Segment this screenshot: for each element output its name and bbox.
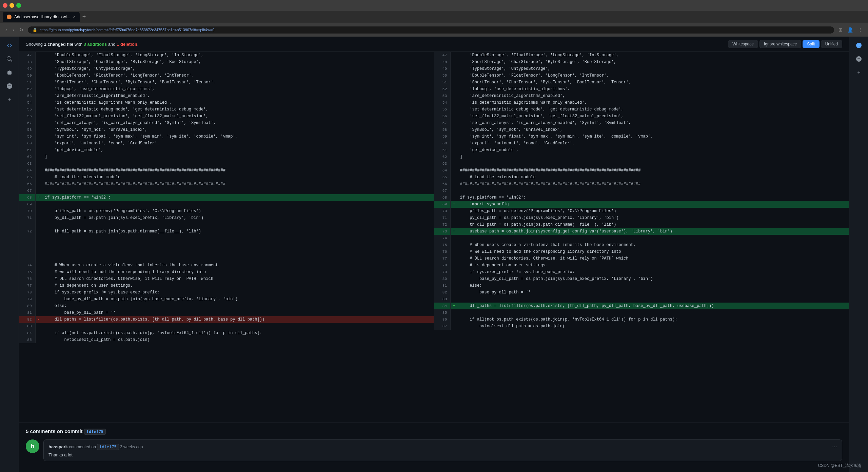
line-number bbox=[19, 235, 35, 242]
comment-item: h hasspark commented on fdfef75 3 weeks … bbox=[26, 439, 842, 461]
line-indicator bbox=[451, 269, 457, 275]
line-code: 'is_deterministic_algorithms_warn_only_e… bbox=[457, 99, 849, 106]
line-code: # is dependent on user settings. bbox=[42, 282, 434, 289]
line-number: 76 bbox=[434, 248, 451, 255]
line-indicator: + bbox=[451, 303, 457, 309]
active-tab[interactable]: Add userbase library dir to wi... ✕ bbox=[3, 12, 80, 22]
maximize-button[interactable] bbox=[16, 3, 21, 8]
line-indicator bbox=[451, 214, 457, 221]
line-number: 72 bbox=[19, 228, 35, 235]
info-bar-left: Showing 1 changed file with 3 additions … bbox=[26, 42, 138, 47]
profile-button[interactable]: 👤 bbox=[846, 26, 854, 34]
reload-button[interactable]: ↻ bbox=[18, 26, 25, 33]
line-indicator bbox=[35, 289, 42, 296]
sidebar-icon-code[interactable] bbox=[3, 39, 16, 52]
forward-button[interactable]: › bbox=[11, 26, 16, 33]
line-code: # Load the extension module bbox=[42, 174, 434, 181]
line-number: 53 bbox=[19, 93, 35, 99]
comment-body: hasspark commented on fdfef75 3 weeks ag… bbox=[43, 439, 842, 461]
line-number: 62 bbox=[434, 153, 451, 160]
line-indicator bbox=[451, 86, 457, 93]
line-code: 'set_warn_always', 'is_warn_always_enabl… bbox=[457, 120, 849, 126]
line-indicator bbox=[35, 65, 42, 72]
line-number: 58 bbox=[19, 126, 35, 133]
line-indicator bbox=[35, 296, 42, 303]
more-button[interactable]: ⋮ bbox=[856, 26, 864, 34]
unified-button[interactable]: Unified bbox=[821, 40, 842, 48]
line-code: th_dll_path = os.path.join(os.path.dirna… bbox=[42, 228, 434, 235]
line-code: ########################################… bbox=[42, 167, 434, 174]
line-code: # we will need to add the corresponding … bbox=[42, 269, 434, 275]
line-indicator bbox=[35, 201, 42, 208]
line-code: ] bbox=[457, 153, 849, 160]
line-number: 77 bbox=[19, 282, 35, 289]
address-bar: ‹ › ↻ 🔒 https://github.com/pytorch/pytor… bbox=[0, 23, 868, 37]
split-button[interactable]: Split bbox=[803, 40, 819, 48]
line-code: 'DoubleTensor', 'FloatTensor', 'LongTens… bbox=[457, 72, 849, 79]
new-tab-button[interactable]: + bbox=[80, 13, 88, 21]
line-code: usebase_path = os.path.join(sysconfig.ge… bbox=[457, 228, 849, 235]
ignore-whitespace-button[interactable]: Ignore whitespace bbox=[760, 40, 801, 48]
line-indicator bbox=[35, 160, 42, 167]
right-diff-pane[interactable]: 47 'DoubleStorage', 'FloatStorage', 'Lon… bbox=[434, 52, 849, 472]
line-indicator bbox=[451, 242, 457, 248]
sidebar-icon-extensions[interactable] bbox=[3, 66, 16, 79]
line-indicator bbox=[35, 309, 42, 316]
line-code: 'ShortStorage', 'CharStorage', 'ByteStor… bbox=[42, 59, 434, 65]
tab-bar: Add userbase library dir to wi... ✕ + bbox=[0, 11, 868, 23]
extensions-button[interactable]: ⊞ bbox=[837, 26, 844, 34]
comments-count: 5 bbox=[26, 428, 28, 434]
comment-more-button[interactable]: ··· bbox=[832, 443, 837, 450]
line-number: 49 bbox=[19, 65, 35, 72]
line-indicator bbox=[35, 147, 42, 153]
minimize-button[interactable] bbox=[9, 3, 14, 8]
line-number: 80 bbox=[19, 303, 35, 309]
line-number: 66 bbox=[19, 181, 35, 187]
tab-favicon bbox=[7, 15, 12, 19]
line-code: py_dll_path = os.path.join(sys.exec_pref… bbox=[42, 214, 434, 221]
right-sidebar-icon-2[interactable] bbox=[853, 53, 865, 65]
line-indicator bbox=[451, 106, 457, 113]
tab-title: Add userbase library dir to wi... bbox=[14, 15, 70, 19]
line-indicator bbox=[451, 255, 457, 262]
sidebar-icon-add[interactable] bbox=[3, 94, 16, 106]
line-number: 61 bbox=[19, 147, 35, 153]
line-indicator bbox=[451, 289, 457, 296]
line-indicator bbox=[451, 323, 457, 330]
line-code: if all(not os.path.exists(os.path.join(p… bbox=[457, 316, 849, 323]
line-code: pfiles_path = os.getenv('ProgramFiles', … bbox=[42, 208, 434, 214]
comment-hash[interactable]: fdfef75 bbox=[97, 444, 119, 450]
left-diff-pane[interactable]: 47 'DoubleStorage', 'FloatStorage', 'Lon… bbox=[19, 52, 434, 472]
line-number: 48 bbox=[434, 59, 451, 65]
url-text: https://github.com/pytorch/pytorch/commi… bbox=[39, 28, 214, 32]
whitespace-button[interactable]: Whitespace bbox=[728, 40, 758, 48]
right-sidebar-icon-1[interactable] bbox=[853, 39, 865, 52]
line-indicator bbox=[35, 235, 42, 242]
line-indicator bbox=[35, 303, 42, 309]
comments-section: 5 comments on commit fdfef75 h hasspark … bbox=[19, 423, 849, 472]
commit-hash[interactable]: fdfef75 bbox=[84, 429, 106, 435]
close-button[interactable] bbox=[3, 3, 7, 8]
right-sidebar-icon-plus[interactable] bbox=[853, 66, 865, 79]
comment-user-meta: hasspark commented on fdfef75 3 weeks ag… bbox=[48, 444, 143, 449]
line-code bbox=[457, 296, 849, 303]
line-number: 73 bbox=[434, 228, 451, 235]
back-button[interactable]: ‹ bbox=[4, 26, 8, 33]
line-number: 75 bbox=[19, 269, 35, 275]
line-indicator bbox=[35, 214, 42, 221]
watermark: CSDN @EST_清水逸涌 bbox=[818, 463, 861, 469]
line-indicator bbox=[35, 133, 42, 140]
url-input[interactable]: 🔒 https://github.com/pytorch/pytorch/com… bbox=[27, 26, 834, 34]
line-number: 74 bbox=[434, 235, 451, 242]
sidebar-icon-git[interactable] bbox=[3, 80, 16, 92]
line-indicator bbox=[35, 120, 42, 126]
line-number: 79 bbox=[19, 296, 35, 303]
browser-chrome: Add userbase library dir to wi... ✕ + ‹ … bbox=[0, 0, 868, 37]
sidebar-icon-search[interactable] bbox=[3, 53, 16, 65]
line-number: 54 bbox=[19, 99, 35, 106]
tab-close-button[interactable]: ✕ bbox=[73, 15, 76, 19]
line-indicator bbox=[35, 153, 42, 160]
line-code: ########################################… bbox=[42, 181, 434, 187]
line-number: 71 bbox=[19, 214, 35, 221]
line-number: 80 bbox=[434, 275, 451, 282]
